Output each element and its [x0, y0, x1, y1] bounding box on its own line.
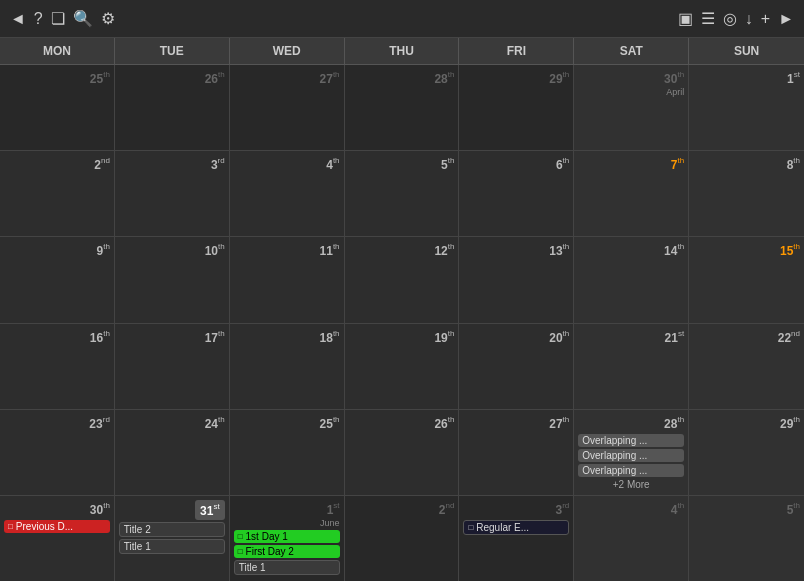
date-number: 27	[320, 72, 333, 86]
calendar-cell-w1d0[interactable]: 2nd	[0, 151, 115, 236]
search-icon[interactable]: 🔍	[73, 9, 93, 28]
event-label: Overlapping ...	[582, 465, 647, 476]
weekday-header-mon: MON	[0, 38, 115, 64]
calendar-cell-w0d0[interactable]: 25th	[0, 65, 115, 150]
calendar-cell-w3d0[interactable]: 16th	[0, 324, 115, 409]
calendar-cell-w0d3[interactable]: 28th	[345, 65, 460, 150]
calendar-cell-w2d0[interactable]: 9th	[0, 237, 115, 322]
help-icon[interactable]: ?	[34, 10, 43, 28]
calendar-cell-w3d5[interactable]: 21st	[574, 324, 689, 409]
calendar-cell-w5d3[interactable]: 2nd	[345, 496, 460, 581]
event-item[interactable]: □First Day 2	[234, 545, 340, 558]
event-item[interactable]: Overlapping ...	[578, 449, 684, 462]
calendar-cell-w1d6[interactable]: 8th	[689, 151, 804, 236]
calendar-cell-w2d1[interactable]: 10th	[115, 237, 230, 322]
date-number: 13	[549, 244, 562, 258]
date-number: 18	[320, 331, 333, 345]
calendar-cell-w5d0[interactable]: 30th□Previous D...	[0, 496, 115, 581]
topbar-left-icons: ◄ ? ❏ 🔍 ⚙	[10, 9, 115, 28]
eye-icon[interactable]: ◎	[723, 9, 737, 28]
event-item[interactable]: Overlapping ...	[578, 434, 684, 447]
calendar-cell-w5d1[interactable]: 31stTitle 2Title 1	[115, 496, 230, 581]
event-item[interactable]: □1st Day 1	[234, 530, 340, 543]
event-item[interactable]: Overlapping ...	[578, 464, 684, 477]
calendar-cell-w5d6[interactable]: 5th	[689, 496, 804, 581]
month-label: June	[234, 518, 340, 528]
calendar-cell-w3d3[interactable]: 19th	[345, 324, 460, 409]
weekday-header-sat: SAT	[574, 38, 689, 64]
event-item[interactable]: Title 1	[234, 560, 340, 575]
more-events-link[interactable]: +2 More	[578, 479, 684, 490]
date-number: 21	[665, 331, 678, 345]
date-number: 14	[664, 244, 677, 258]
calendar-cell-w3d1[interactable]: 17th	[115, 324, 230, 409]
calendar-cell-w4d0[interactable]: 23rd	[0, 410, 115, 495]
back-icon[interactable]: ◄	[10, 10, 26, 28]
calendar-cell-w3d2[interactable]: 18th	[230, 324, 345, 409]
calendar-week-2: 9th10th11th12th13th14th15th	[0, 237, 804, 323]
calendar-cell-w4d4[interactable]: 27th	[459, 410, 574, 495]
calendar-cell-w0d5[interactable]: 30thApril	[574, 65, 689, 150]
date-number: 26	[205, 72, 218, 86]
calendar-cell-w4d5[interactable]: 28thOverlapping ...Overlapping ...Overla…	[574, 410, 689, 495]
forward-icon[interactable]: ►	[778, 10, 794, 28]
calendar-week-5: 30th□Previous D...31stTitle 2Title 11stJ…	[0, 496, 804, 581]
date-number: 30	[664, 72, 677, 86]
date-number: 12	[434, 244, 447, 258]
calendar-cell-w0d2[interactable]: 27th	[230, 65, 345, 150]
event-label: First Day 2	[246, 546, 294, 557]
settings-icon[interactable]: ⚙	[101, 9, 115, 28]
calendar-cell-w2d2[interactable]: 11th	[230, 237, 345, 322]
event-icon: □	[238, 547, 243, 556]
calendar-week-1: 2nd3rd4th5th6th7th8th	[0, 151, 804, 237]
event-item[interactable]: □Regular E...	[463, 520, 569, 535]
list-icon[interactable]: ☰	[701, 9, 715, 28]
weekday-header-sun: SUN	[689, 38, 804, 64]
event-item[interactable]: □Previous D...	[4, 520, 110, 533]
event-icon: □	[468, 523, 473, 532]
calendar-week-3: 16th17th18th19th20th21st22nd	[0, 324, 804, 410]
calendar-cell-w4d2[interactable]: 25th	[230, 410, 345, 495]
calendar-cell-w5d5[interactable]: 4th	[574, 496, 689, 581]
calendar-cell-w4d6[interactable]: 29th	[689, 410, 804, 495]
calendar-cell-w2d3[interactable]: 12th	[345, 237, 460, 322]
event-item[interactable]: Title 2	[119, 522, 225, 537]
download-icon[interactable]: ↓	[745, 10, 753, 28]
calendar-cell-w5d2[interactable]: 1stJune□1st Day 1□First Day 2Title 1	[230, 496, 345, 581]
event-item[interactable]: Title 1	[119, 539, 225, 554]
event-label: Title 1	[124, 541, 151, 552]
calendar-cell-w1d5[interactable]: 7th	[574, 151, 689, 236]
calendar-cell-w4d1[interactable]: 24th	[115, 410, 230, 495]
calendar-cell-w5d4[interactable]: 3rd□Regular E...	[459, 496, 574, 581]
calendar-cell-w1d1[interactable]: 3rd	[115, 151, 230, 236]
date-number: 3	[211, 158, 218, 172]
calendar-cell-w2d4[interactable]: 13th	[459, 237, 574, 322]
topbar-right-icons: ▣ ☰ ◎ ↓ + ►	[678, 9, 794, 28]
calendar-cell-w4d3[interactable]: 26th	[345, 410, 460, 495]
event-icon: □	[8, 522, 13, 531]
view-icon[interactable]: ▣	[678, 9, 693, 28]
calendar-cell-w2d5[interactable]: 14th	[574, 237, 689, 322]
date-number: 16	[90, 331, 103, 345]
calendar-cell-w1d3[interactable]: 5th	[345, 151, 460, 236]
calendar-cell-w1d4[interactable]: 6th	[459, 151, 574, 236]
calendar-week-4: 23rd24th25th26th27th28thOverlapping ...O…	[0, 410, 804, 496]
event-label: 1st Day 1	[246, 531, 288, 542]
calendar-cell-w3d4[interactable]: 20th	[459, 324, 574, 409]
add-icon[interactable]: +	[761, 10, 770, 28]
copy-icon[interactable]: ❏	[51, 9, 65, 28]
calendar-cell-w0d6[interactable]: 1st	[689, 65, 804, 150]
date-number: 15	[780, 244, 793, 258]
calendar-cell-w2d6[interactable]: 15th	[689, 237, 804, 322]
weekday-header-wed: WED	[230, 38, 345, 64]
calendar-cell-w1d2[interactable]: 4th	[230, 151, 345, 236]
event-icon: □	[238, 532, 243, 541]
calendar-cell-w0d4[interactable]: 29th	[459, 65, 574, 150]
date-number: 2	[439, 503, 446, 517]
date-number: 10	[205, 244, 218, 258]
date-number: 1	[787, 72, 794, 86]
weekday-header-thu: THU	[345, 38, 460, 64]
calendar-cell-w0d1[interactable]: 26th	[115, 65, 230, 150]
calendar-cell-w3d6[interactable]: 22nd	[689, 324, 804, 409]
date-number: 30	[90, 503, 103, 517]
